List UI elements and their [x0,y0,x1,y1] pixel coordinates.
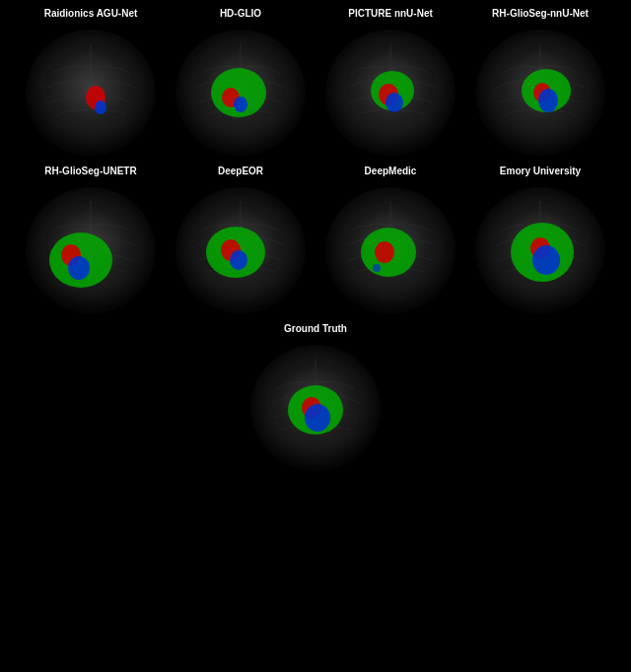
svg-point-28 [68,256,90,280]
brain-scan-raidionics [22,24,160,162]
label-deepeor: DeepEOR [218,166,263,179]
brain-scan-deepeor [172,181,310,319]
label-deepmedic: DeepMedic [365,166,417,179]
cell-ground-truth: Ground Truth [243,323,388,477]
cell-deepeor: DeepEOR [168,166,314,319]
row-bottom: Ground Truth [243,323,388,477]
svg-point-39 [375,241,394,263]
label-emory: Emory University [500,166,581,179]
svg-point-52 [305,404,330,432]
cell-rhglioseg-nnu: RH-GlioSeg-nnU-Net [467,8,613,162]
label-ground-truth: Ground Truth [284,323,347,337]
main-container: Raidionics AGU-Net [0,0,631,672]
brain-scan-picture [321,24,459,162]
svg-point-40 [373,264,381,272]
svg-point-16 [386,93,403,112]
cell-emory: Emory University [467,166,613,319]
brain-scan-deepmedic [321,181,459,319]
cell-rhglioseg-unetr: RH-GlioSeg-UNETR [18,166,164,319]
brain-scan-ground-truth [246,339,385,477]
label-picture: PICTURE nnU-Net [348,8,433,22]
svg-point-4 [95,101,106,114]
cell-raidionics: Raidionics AGU-Net [18,8,164,162]
label-raidionics: Raidionics AGU-Net [44,8,138,22]
cell-hdglio: HD-GLIO [168,8,314,162]
svg-point-10 [234,97,247,112]
row-2: RH-GlioSeg-UNETR [18,166,613,319]
cell-deepmedic: DeepMedic [317,166,463,319]
svg-point-46 [532,245,560,275]
brain-scan-hdglio [172,24,310,162]
brain-scan-rhglioseg-nnu [471,24,609,162]
svg-point-22 [538,89,558,112]
svg-point-34 [230,250,247,270]
row-1: Raidionics AGU-Net [18,8,613,162]
brain-scan-rhglioseg-unetr [22,181,160,319]
brain-scan-emory [471,181,609,319]
label-rhglioseg-unetr: RH-GlioSeg-UNETR [44,166,136,179]
label-rhglioseg-nnu: RH-GlioSeg-nnU-Net [492,8,589,22]
cell-picture: PICTURE nnU-Net [317,8,463,162]
label-hdglio: HD-GLIO [220,8,261,22]
